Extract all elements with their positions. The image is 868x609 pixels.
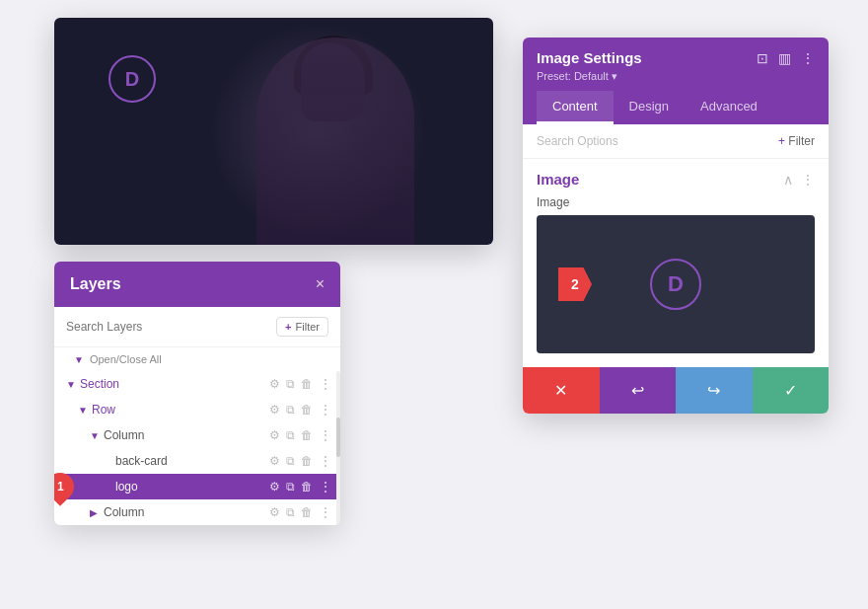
image-label: Image	[523, 193, 829, 215]
layer-label: Row	[92, 403, 269, 417]
canvas-preview: D	[54, 18, 493, 245]
layer-row[interactable]: ▶ Column ⚙ ⧉ 🗑 ⋮	[54, 499, 340, 525]
settings-section-icons: ∧ ⋮	[783, 172, 815, 188]
layers-title: Layers	[70, 275, 121, 293]
more-icon[interactable]: ⋮	[319, 504, 332, 520]
badge-number: 1	[57, 480, 64, 494]
settings-body: Search Options + Filter Image ∧ ⋮ Image …	[523, 124, 829, 414]
save-button[interactable]: ✓	[753, 367, 830, 414]
layers-header: Layers ×	[54, 262, 340, 307]
layer-row-highlighted[interactable]: ▼ logo ⚙ ⧉ 🗑 ⋮	[54, 474, 340, 499]
layers-filter-button[interactable]: + Filter	[276, 317, 328, 337]
settings-divi-logo: D	[650, 259, 701, 310]
copy-icon[interactable]: ⧉	[286, 428, 295, 442]
layer-actions: ⚙ ⧉ 🗑 ⋮	[269, 376, 332, 392]
copy-icon[interactable]: ⧉	[286, 480, 295, 494]
delete-icon[interactable]: 🗑	[301, 377, 313, 391]
settings-icon[interactable]: ⚙	[269, 403, 280, 417]
action-bar: ✕ ↩ ↪ ✓	[523, 367, 829, 414]
canvas-divi-logo: D	[108, 55, 156, 103]
cancel-button[interactable]: ✕	[523, 367, 600, 414]
settings-icon[interactable]: ⚙	[269, 505, 280, 519]
more-icon[interactable]: ⋮	[319, 402, 332, 418]
more-icon[interactable]: ⋮	[319, 479, 332, 495]
delete-icon[interactable]: 🗑	[301, 505, 313, 519]
layer-actions: ⚙ ⧉ 🗑 ⋮	[269, 504, 332, 520]
copy-icon[interactable]: ⧉	[286, 377, 295, 391]
layer-actions: ⚙ ⧉ 🗑 ⋮	[269, 479, 332, 495]
layer-row[interactable]: ▼ Section ⚙ ⧉ 🗑 ⋮	[54, 371, 340, 397]
tab-design[interactable]: Design	[614, 91, 685, 124]
badge-number: 2	[571, 276, 579, 292]
more-icon[interactable]: ⋮	[319, 427, 332, 443]
scroll-indicator	[336, 371, 340, 525]
settings-icon[interactable]: ⚙	[269, 480, 280, 494]
scroll-thumb[interactable]	[336, 418, 340, 457]
delete-icon[interactable]: 🗑	[301, 428, 313, 442]
delete-icon[interactable]: 🗑	[301, 454, 313, 468]
layer-label: logo	[115, 480, 269, 494]
layer-actions: ⚙ ⧉ 🗑 ⋮	[269, 402, 332, 418]
settings-title-row: Image Settings ⊡ ▥ ⋮	[537, 49, 815, 66]
tab-content[interactable]: Content	[537, 91, 614, 124]
collapse-icon[interactable]: ∧	[783, 172, 793, 188]
settings-title: Image Settings	[537, 49, 642, 66]
delete-icon[interactable]: 🗑	[301, 480, 313, 494]
layer-label: Column	[104, 428, 269, 442]
image-preview-box[interactable]: 2 D	[537, 215, 815, 353]
settings-section-header: Image ∧ ⋮	[523, 159, 829, 193]
layer-label: back-card	[115, 454, 269, 468]
layer-label: Column	[104, 505, 269, 519]
settings-header-icons: ⊡ ▥ ⋮	[757, 50, 815, 66]
settings-icon[interactable]: ⚙	[269, 454, 280, 468]
menu-icon[interactable]: ⋮	[801, 50, 815, 66]
fullscreen-icon[interactable]: ⊡	[757, 50, 768, 66]
more-icon[interactable]: ⋮	[319, 453, 332, 469]
layer-row[interactable]: ▼ Row ⚙ ⧉ 🗑 ⋮	[54, 397, 340, 422]
layers-panel: Layers × + Filter ▼ Open/Close All ▼ Sec…	[54, 262, 340, 525]
undo-button[interactable]: ↩	[600, 367, 677, 414]
layers-search-input[interactable]	[66, 320, 268, 334]
settings-header: Image Settings ⊡ ▥ ⋮ Preset: Default ▾ C…	[523, 38, 829, 124]
expand-icon: ▶	[90, 507, 104, 518]
settings-preset[interactable]: Preset: Default ▾	[537, 70, 815, 83]
copy-icon[interactable]: ⧉	[286, 505, 295, 519]
layers-search-bar: + Filter	[54, 307, 340, 347]
layer-actions: ⚙ ⧉ 🗑 ⋮	[269, 427, 332, 443]
settings-section-title: Image	[537, 171, 579, 188]
expand-icon: ▼	[78, 405, 92, 416]
copy-icon[interactable]: ⧉	[286, 454, 295, 468]
open-close-arrow-icon: ▼	[74, 354, 84, 365]
layers-close-button[interactable]: ×	[316, 275, 325, 293]
delete-icon[interactable]: 🗑	[301, 403, 313, 417]
expand-icon: ▼	[90, 430, 104, 441]
layer-row[interactable]: ▼ back-card ⚙ ⧉ 🗑 ⋮	[54, 448, 340, 474]
open-close-all[interactable]: ▼ Open/Close All	[54, 347, 340, 371]
settings-filter-button[interactable]: + Filter	[778, 134, 815, 148]
more-icon[interactable]: ⋮	[319, 376, 332, 392]
layer-label: Section	[80, 377, 269, 391]
settings-search-bar: Search Options + Filter	[523, 124, 829, 159]
settings-search-placeholder: Search Options	[537, 134, 618, 148]
section-more-icon[interactable]: ⋮	[801, 172, 815, 188]
columns-icon[interactable]: ▥	[778, 50, 791, 66]
redo-button[interactable]: ↪	[676, 367, 753, 414]
layer-row[interactable]: ▼ Column ⚙ ⧉ 🗑 ⋮	[54, 422, 340, 448]
tab-advanced[interactable]: Advanced	[685, 91, 773, 124]
settings-icon[interactable]: ⚙	[269, 428, 280, 442]
expand-icon: ▼	[66, 379, 80, 390]
settings-panel: Image Settings ⊡ ▥ ⋮ Preset: Default ▾ C…	[523, 38, 829, 414]
settings-tabs: Content Design Advanced	[537, 91, 815, 124]
layer-actions: ⚙ ⧉ 🗑 ⋮	[269, 453, 332, 469]
copy-icon[interactable]: ⧉	[286, 403, 295, 417]
settings-icon[interactable]: ⚙	[269, 377, 280, 391]
